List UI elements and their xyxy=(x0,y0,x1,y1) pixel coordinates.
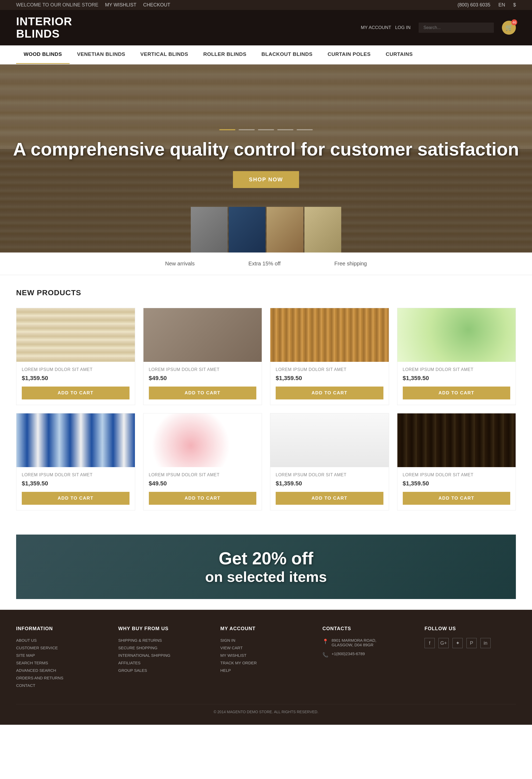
product-img-inner-6 xyxy=(143,413,262,467)
product-price-3: $1,359.50 xyxy=(276,375,383,382)
hero-dot-5[interactable] xyxy=(297,129,313,130)
promo-headline: Get 20% off xyxy=(205,548,327,568)
copyright-text: © 2014 MAGENTO DEMO STORE. ALL RIGHTS RE… xyxy=(214,710,318,714)
nav-item-curtain-poles[interactable]: CURTAIN POLES xyxy=(320,45,378,64)
hero-thumb-1[interactable] xyxy=(191,207,228,252)
header-right: MY ACCOUNT LOG IN 🛒 46 xyxy=(358,21,516,35)
footer-link-orders-returns[interactable]: ORDERS AND RETURNS xyxy=(16,675,63,680)
linkedin-icon[interactable]: in xyxy=(480,638,491,648)
hero-dot-2[interactable] xyxy=(239,129,255,130)
footer-col-why-buy: WHY BUY FROM US SHIPPING & RETURNS SECUR… xyxy=(118,626,210,691)
footer-col-why-buy-title: WHY BUY FROM US xyxy=(118,626,210,632)
hero-thumb-3[interactable] xyxy=(267,207,303,252)
footer-col-information-title: INFORMATION xyxy=(16,626,108,632)
footer-link-search-terms[interactable]: SEARCH TERMS xyxy=(16,661,48,665)
hero-dot-4[interactable] xyxy=(277,129,293,130)
hero-content: A comprehensive quality control for cust… xyxy=(13,129,519,188)
product-info-3: LOREM IPSUM DOLOR SIT AMET $1,359.50 ADD… xyxy=(270,362,389,405)
footer-link-my-wishlist[interactable]: MY WISHLIST xyxy=(220,653,246,658)
footer-link-site-map[interactable]: SITE MAP xyxy=(16,653,35,658)
product-img-inner-8 xyxy=(397,413,516,467)
product-info-4: LOREM IPSUM DOLOR SIT AMET $1,359.50 ADD… xyxy=(397,362,516,405)
add-to-cart-button-2[interactable]: ADD TO CART xyxy=(149,386,256,400)
footer-link-group-sales[interactable]: GROUP SALES xyxy=(118,668,147,673)
product-name-7: LOREM IPSUM DOLOR SIT AMET xyxy=(276,473,383,477)
product-img-inner-1 xyxy=(16,308,135,362)
product-card-6: LOREM IPSUM DOLOR SIT AMET $49.50 ADD TO… xyxy=(143,413,262,511)
footer-link-secure-shopping[interactable]: SECURE SHOPPING xyxy=(118,646,158,650)
cart-icon[interactable]: 🛒 46 xyxy=(502,21,516,35)
facebook-icon[interactable]: f xyxy=(424,638,435,648)
search-input[interactable] xyxy=(419,22,494,33)
product-info-6: LOREM IPSUM DOLOR SIT AMET $49.50 ADD TO… xyxy=(143,467,262,510)
footer-link-about[interactable]: ABOUT US xyxy=(16,638,37,643)
promo-text: Get 20% off on selected items xyxy=(205,548,327,585)
rss-icon[interactable]: ✦ xyxy=(453,638,463,648)
google-plus-icon[interactable]: G+ xyxy=(438,638,449,648)
footer-link-affiliates[interactable]: AFFILIATES xyxy=(118,661,140,665)
hero-thumb-2[interactable] xyxy=(229,207,265,252)
add-to-cart-button-7[interactable]: ADD TO CART xyxy=(276,492,383,505)
hero-thumb-4[interactable] xyxy=(304,207,341,252)
checkout-link[interactable]: CHECKOUT xyxy=(143,2,170,7)
nav-item-venetian-blinds[interactable]: VENETIAN BLINDS xyxy=(70,45,133,64)
nav-item-vertical-blinds[interactable]: VERTICAL BLINDS xyxy=(133,45,196,64)
header-account: MY ACCOUNT LOG IN xyxy=(358,25,411,31)
product-price-7: $1,359.50 xyxy=(276,480,383,487)
add-to-cart-button-1[interactable]: ADD TO CART xyxy=(22,386,129,400)
footer-col-follow: FOLLOW US f G+ ✦ P in xyxy=(424,626,516,691)
hero-dot-1[interactable] xyxy=(219,129,235,130)
nav-item-roller-blinds[interactable]: ROLLER BLINDS xyxy=(196,45,254,64)
product-info-1: LOREM IPSUM DOLOR SIT AMET $1,359.50 ADD… xyxy=(16,362,135,405)
footer-link-track-order[interactable]: TRACK MY ORDER xyxy=(220,661,257,665)
footer-link-sign-in[interactable]: SIGN IN xyxy=(220,638,235,643)
product-price-6: $49.50 xyxy=(149,480,256,487)
add-to-cart-button-3[interactable]: ADD TO CART xyxy=(276,386,383,400)
footer-link-help[interactable]: HELP xyxy=(220,668,231,673)
pinterest-icon[interactable]: P xyxy=(466,638,477,648)
footer-link-advanced-search[interactable]: ADVANCED SEARCH xyxy=(16,668,56,673)
footer-grid: INFORMATION ABOUT US CUSTOMER SERVICE SI… xyxy=(16,626,516,691)
product-card-7: LOREM IPSUM DOLOR SIT AMET $1,359.50 ADD… xyxy=(270,413,389,511)
product-card-4: LOREM IPSUM DOLOR SIT AMET $1,359.50 ADD… xyxy=(397,308,516,405)
hero-thumbnails xyxy=(191,207,341,252)
contact-phone: 📞 +1(800)2345-6789 xyxy=(322,651,414,658)
product-card-3: LOREM IPSUM DOLOR SIT AMET $1,359.50 ADD… xyxy=(270,308,389,405)
footer-link-customer-service[interactable]: CUSTOMER SERVICE xyxy=(16,646,58,650)
wishlist-link[interactable]: MY WISHLIST xyxy=(105,2,136,7)
product-image-4 xyxy=(397,308,516,362)
promo-banner[interactable]: Get 20% off on selected items xyxy=(16,535,516,599)
footer-link-shipping-returns[interactable]: SHIPPING & RETURNS xyxy=(118,638,162,643)
phone-icon: 📞 xyxy=(322,652,328,658)
footer-col-my-account: MY ACCOUNT SIGN IN VIEW CART MY WISHLIST… xyxy=(220,626,312,691)
top-bar-left: WELCOME TO OUR ONLINE STORE MY WISHLIST … xyxy=(16,2,176,8)
logo[interactable]: INTERIORBLINDS xyxy=(16,15,72,40)
nav-item-curtains[interactable]: CURTAINS xyxy=(378,45,420,64)
footer-bottom: © 2014 MAGENTO DEMO STORE. ALL RIGHTS RE… xyxy=(16,704,516,714)
welcome-text: WELCOME TO OUR ONLINE STORE xyxy=(16,2,98,7)
add-to-cart-button-6[interactable]: ADD TO CART xyxy=(149,492,256,505)
login-link[interactable]: LOG IN xyxy=(395,25,411,30)
hero-dot-3[interactable] xyxy=(258,129,274,130)
nav-item-wood-blinds[interactable]: WOOD BLINDS xyxy=(16,45,70,64)
add-to-cart-button-4[interactable]: ADD TO CART xyxy=(403,386,511,400)
add-to-cart-button-5[interactable]: ADD TO CART xyxy=(22,492,129,505)
top-bar: WELCOME TO OUR ONLINE STORE MY WISHLIST … xyxy=(0,0,532,10)
footer-link-contact[interactable]: CONTACT xyxy=(16,683,35,688)
product-price-2: $49.50 xyxy=(149,375,256,382)
my-account-link[interactable]: MY ACCOUNT xyxy=(361,25,391,30)
footer-col-information: INFORMATION ABOUT US CUSTOMER SERVICE SI… xyxy=(16,626,108,691)
product-name-4: LOREM IPSUM DOLOR SIT AMET xyxy=(403,367,511,372)
add-to-cart-button-8[interactable]: ADD TO CART xyxy=(403,492,511,505)
product-name-6: LOREM IPSUM DOLOR SIT AMET xyxy=(149,473,256,477)
nav-item-blackout-blinds[interactable]: BLACKOUT BLINDS xyxy=(254,45,320,64)
product-card-8: LOREM IPSUM DOLOR SIT AMET $1,359.50 ADD… xyxy=(397,413,516,511)
main-nav: WOOD BLINDS VENETIAN BLINDS VERTICAL BLI… xyxy=(0,45,532,64)
product-name-8: LOREM IPSUM DOLOR SIT AMET xyxy=(403,473,511,477)
footer: INFORMATION ABOUT US CUSTOMER SERVICE SI… xyxy=(0,610,532,725)
footer-link-view-cart[interactable]: VIEW CART xyxy=(220,646,243,650)
language-selector[interactable]: EN xyxy=(498,2,505,8)
hero-cta-button[interactable]: SHOP NOW xyxy=(233,171,299,188)
currency-selector[interactable]: $ xyxy=(513,2,516,8)
footer-link-international-shipping[interactable]: INTERNATIONAL SHIPPING xyxy=(118,653,170,658)
